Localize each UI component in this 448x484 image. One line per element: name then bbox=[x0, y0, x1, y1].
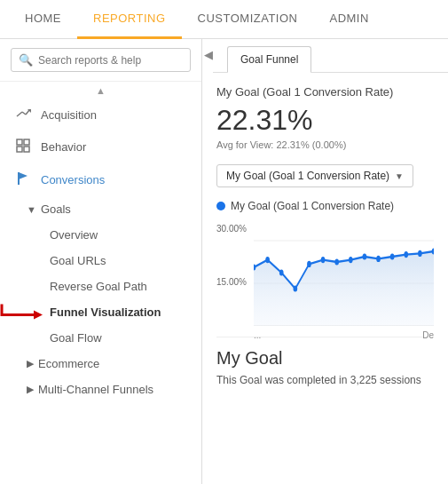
section-title: My Goal bbox=[216, 348, 434, 369]
svg-marker-10 bbox=[34, 310, 43, 319]
search-input[interactable] bbox=[38, 54, 183, 67]
nav-home[interactable]: HOME bbox=[9, 0, 77, 39]
acquisition-label: Acquisition bbox=[41, 108, 97, 122]
svg-point-19 bbox=[321, 257, 326, 263]
content-body: My Goal (Goal 1 Conversion Rate) 22.31% … bbox=[202, 73, 448, 399]
search-area: 🔍 bbox=[0, 39, 201, 82]
nav-customization[interactable]: CUSTOMIZATION bbox=[182, 0, 314, 39]
svg-line-2 bbox=[26, 110, 29, 115]
scroll-up-arrow[interactable]: ▲ bbox=[96, 85, 106, 96]
acquisition-icon bbox=[14, 107, 32, 123]
svg-rect-6 bbox=[17, 147, 22, 152]
scroll-left-indicator[interactable]: ◀ bbox=[204, 48, 213, 61]
dropdown-arrow-icon: ▼ bbox=[395, 171, 404, 181]
sidebar-item-overview[interactable]: Overview bbox=[0, 222, 201, 248]
chart-x-label-end: De bbox=[422, 330, 434, 340]
svg-rect-5 bbox=[24, 139, 29, 145]
svg-point-22 bbox=[363, 253, 367, 259]
multichannel-subsection: ▶ Multi-Channel Funnels bbox=[0, 377, 201, 402]
search-box[interactable]: 🔍 bbox=[11, 48, 191, 72]
goals-subsection: ▼ Goals Overview Goal URLs Reverse Goal … bbox=[0, 196, 201, 351]
sidebar-item-conversions[interactable]: Conversions bbox=[0, 163, 201, 196]
metric-subtitle: Avg for View: 22.31% (0.00%) bbox=[216, 139, 434, 150]
svg-point-24 bbox=[390, 253, 395, 259]
sidebar-item-acquisition[interactable]: Acquisition bbox=[0, 99, 201, 131]
sidebar-item-reverse-goal-path[interactable]: Reverse Goal Path bbox=[0, 274, 201, 299]
ecommerce-expand-arrow: ▶ bbox=[27, 358, 34, 369]
sidebar-item-goal-flow[interactable]: Goal Flow bbox=[0, 325, 201, 351]
line-chart: 30.00% 15.00% bbox=[216, 219, 434, 326]
chart-legend: My Goal (Goal 1 Conversion Rate) bbox=[216, 200, 434, 212]
chart-y-label-top: 30.00% bbox=[216, 224, 247, 234]
sidebar: 🔍 ▲ Acquisition bbox=[0, 39, 202, 484]
svg-point-15 bbox=[265, 257, 270, 263]
ecommerce-subsection: ▶ Ecommerce bbox=[0, 351, 201, 377]
conversions-icon bbox=[14, 171, 32, 188]
chart-x-label-start: ... bbox=[254, 330, 261, 340]
svg-point-21 bbox=[349, 257, 353, 263]
dropdown-label: My Goal (Goal 1 Conversion Rate) bbox=[226, 170, 389, 182]
nav-admin[interactable]: ADMIN bbox=[313, 0, 384, 39]
behavior-icon bbox=[14, 139, 32, 155]
svg-rect-4 bbox=[17, 139, 22, 145]
svg-line-0 bbox=[17, 112, 22, 116]
svg-point-16 bbox=[279, 269, 284, 275]
svg-point-23 bbox=[376, 256, 381, 262]
svg-marker-9 bbox=[19, 172, 28, 179]
red-arrow-annotation bbox=[0, 300, 47, 324]
content-area: ◀ Goal Funnel My Goal (Goal 1 Conversion… bbox=[202, 39, 448, 484]
sidebar-item-behavior[interactable]: Behavior bbox=[0, 131, 201, 163]
sidebar-item-funnel-visualization[interactable]: Funnel Visualization bbox=[0, 299, 201, 325]
multichannel-section-header[interactable]: ▶ Multi-Channel Funnels bbox=[0, 377, 201, 402]
chart-svg bbox=[254, 219, 434, 326]
sidebar-item-goal-urls[interactable]: Goal URLs bbox=[0, 248, 201, 274]
body-area: 🔍 ▲ Acquisition bbox=[0, 39, 448, 484]
ecommerce-section-header[interactable]: ▶ Ecommerce bbox=[0, 351, 201, 377]
search-icon: 🔍 bbox=[19, 53, 33, 67]
svg-point-20 bbox=[334, 258, 339, 265]
svg-point-18 bbox=[307, 261, 311, 267]
tab-goal-funnel[interactable]: Goal Funnel bbox=[227, 46, 311, 73]
multichannel-expand-arrow: ▶ bbox=[27, 384, 34, 395]
svg-rect-7 bbox=[24, 147, 29, 152]
tab-bar: Goal Funnel bbox=[213, 39, 448, 73]
legend-dot bbox=[216, 202, 225, 210]
multichannel-section-label: Multi-Channel Funnels bbox=[38, 383, 153, 396]
legend-label: My Goal (Goal 1 Conversion Rate) bbox=[231, 200, 394, 212]
chart-y-label-bottom: 15.00% bbox=[216, 277, 247, 287]
ecommerce-section-label: Ecommerce bbox=[38, 357, 99, 370]
behavior-label: Behavior bbox=[41, 140, 86, 154]
top-navigation: HOME REPORTING CUSTOMIZATION ADMIN bbox=[0, 0, 448, 39]
svg-line-1 bbox=[22, 112, 26, 115]
conversions-label: Conversions bbox=[41, 173, 105, 186]
goals-section-label: Goals bbox=[41, 202, 71, 216]
goals-expand-arrow: ▼ bbox=[27, 204, 36, 215]
section-description: This Goal was completed in 3,225 session… bbox=[216, 374, 434, 386]
nav-reporting[interactable]: REPORTING bbox=[77, 0, 182, 39]
svg-point-17 bbox=[294, 285, 298, 291]
funnel-visualization-label: Funnel Visualization bbox=[50, 305, 161, 319]
metric-dropdown[interactable]: My Goal (Goal 1 Conversion Rate) ▼ bbox=[216, 164, 413, 187]
goals-section-header[interactable]: ▼ Goals bbox=[0, 196, 201, 222]
metric-value: 22.31% bbox=[216, 104, 434, 137]
svg-point-26 bbox=[418, 250, 422, 257]
collapsed-items-indicator: ▲ bbox=[0, 82, 201, 99]
svg-point-25 bbox=[404, 251, 408, 258]
metric-title: My Goal (Goal 1 Conversion Rate) bbox=[216, 85, 434, 99]
